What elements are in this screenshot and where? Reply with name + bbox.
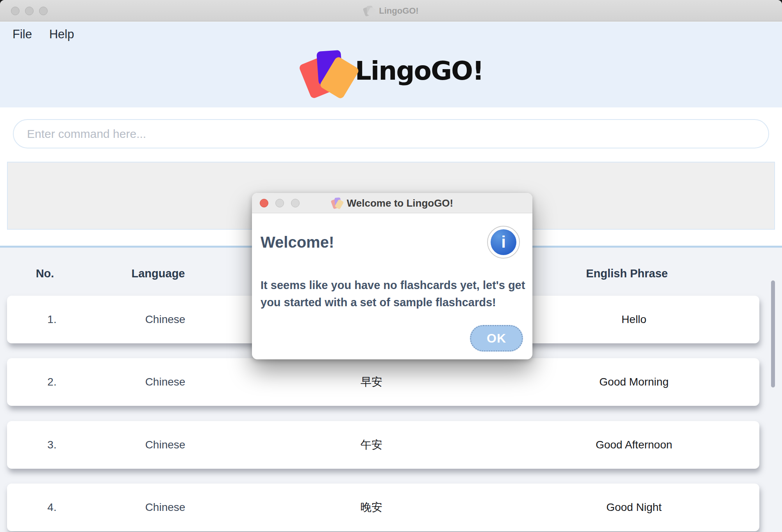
table-row: 2. Chinese 早安 Good Morning [7,358,759,406]
dialog-message-line2: you started with a set of sample flashca… [261,294,526,311]
cell-english: Good Morning [554,358,714,406]
cell-no: 1. [23,296,81,343]
app-logo: LingoGO! [0,37,782,104]
cell-phrase: 早安 [312,358,431,406]
dialog-title-text: Welcome to LingoGO! [347,197,453,209]
logo-text: LingoGO! [355,56,484,86]
table-row: 3. Chinese 午安 Good Afternoon [7,421,759,469]
window-title-text: LingoGO! [379,6,418,16]
cell-phrase: 晚安 [312,484,431,531]
info-icon-glyph: i [491,229,516,255]
app-header: File Help LingoGO! [0,22,782,107]
dialog-cards-icon [331,196,343,210]
cell-english: Good Night [554,484,714,531]
dialog-heading: Welcome! [261,234,334,251]
dialog-titlebar: Welcome to LingoGO! [252,193,532,213]
app-cards-icon [363,5,375,17]
header-language: Language [117,258,199,289]
cell-english: Good Afternoon [554,421,714,469]
welcome-dialog: Welcome to LingoGO! Welcome! i It seems … [252,193,532,359]
logo-cards-icon [299,40,354,102]
dialog-message-line1: It seems like you have no flashcards yet… [261,277,526,294]
ok-button[interactable]: OK [470,325,523,352]
cell-no: 2. [23,358,81,406]
dialog-message: It seems like you have no flashcards yet… [261,277,526,311]
cell-no: 3. [23,421,81,469]
dialog-title: Welcome to LingoGO! [252,193,532,213]
cell-language: Chinese [124,296,206,343]
window-titlebar: LingoGO! [0,0,782,21]
cell-language: Chinese [124,484,206,531]
command-input[interactable] [13,119,769,148]
info-icon: i [487,226,520,259]
window-title: LingoGO! [0,0,782,21]
cell-no: 4. [23,484,81,531]
cell-language: Chinese [124,358,206,406]
header-english: English Phrase [547,258,707,289]
cell-language: Chinese [124,421,206,469]
cell-phrase: 午安 [312,421,431,469]
app-window: LingoGO! File Help LingoGO! No. Language… [0,0,782,532]
table-row: 4. Chinese 晚安 Good Night [7,484,759,531]
cell-english: Hello [554,296,714,343]
header-no: No. [16,258,74,289]
scrollbar-thumb[interactable] [771,280,775,387]
